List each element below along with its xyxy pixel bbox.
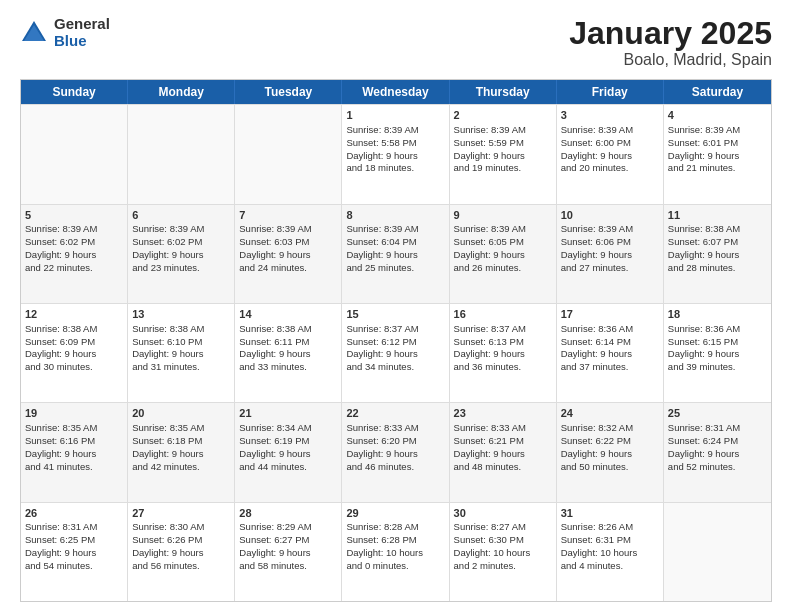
calendar-cell: 18Sunrise: 8:36 AMSunset: 6:15 PMDayligh… bbox=[664, 304, 771, 402]
day-content: Sunrise: 8:38 AM bbox=[132, 323, 230, 336]
day-content: Sunrise: 8:31 AM bbox=[25, 521, 123, 534]
calendar-cell: 9Sunrise: 8:39 AMSunset: 6:05 PMDaylight… bbox=[450, 205, 557, 303]
day-content: and 2 minutes. bbox=[454, 560, 552, 573]
calendar-cell: 23Sunrise: 8:33 AMSunset: 6:21 PMDayligh… bbox=[450, 403, 557, 501]
day-content: Sunset: 5:58 PM bbox=[346, 137, 444, 150]
day-content: Daylight: 9 hours bbox=[239, 348, 337, 361]
day-content: Sunrise: 8:33 AM bbox=[346, 422, 444, 435]
day-number: 26 bbox=[25, 506, 123, 521]
day-content: Sunset: 6:30 PM bbox=[454, 534, 552, 547]
day-content: and 23 minutes. bbox=[132, 262, 230, 275]
day-content: Sunset: 6:02 PM bbox=[25, 236, 123, 249]
day-content: Sunrise: 8:39 AM bbox=[561, 124, 659, 137]
day-number: 23 bbox=[454, 406, 552, 421]
day-number: 12 bbox=[25, 307, 123, 322]
day-content: and 33 minutes. bbox=[239, 361, 337, 374]
day-content: Sunrise: 8:30 AM bbox=[132, 521, 230, 534]
calendar-cell: 4Sunrise: 8:39 AMSunset: 6:01 PMDaylight… bbox=[664, 105, 771, 203]
header: General Blue January 2025 Boalo, Madrid,… bbox=[20, 16, 772, 69]
day-number: 7 bbox=[239, 208, 337, 223]
day-content: Sunset: 6:11 PM bbox=[239, 336, 337, 349]
day-content: Daylight: 9 hours bbox=[239, 249, 337, 262]
logo-icon bbox=[20, 19, 48, 47]
day-content: and 41 minutes. bbox=[25, 461, 123, 474]
calendar-cell: 5Sunrise: 8:39 AMSunset: 6:02 PMDaylight… bbox=[21, 205, 128, 303]
calendar: SundayMondayTuesdayWednesdayThursdayFrid… bbox=[20, 79, 772, 602]
day-header-thursday: Thursday bbox=[450, 80, 557, 104]
day-content: Sunrise: 8:35 AM bbox=[132, 422, 230, 435]
day-content: Daylight: 9 hours bbox=[454, 448, 552, 461]
day-content: Sunrise: 8:39 AM bbox=[454, 124, 552, 137]
day-number: 9 bbox=[454, 208, 552, 223]
day-number: 30 bbox=[454, 506, 552, 521]
day-content: Sunrise: 8:39 AM bbox=[239, 223, 337, 236]
day-header-monday: Monday bbox=[128, 80, 235, 104]
day-content: and 50 minutes. bbox=[561, 461, 659, 474]
day-content: and 28 minutes. bbox=[668, 262, 767, 275]
calendar-cell: 3Sunrise: 8:39 AMSunset: 6:00 PMDaylight… bbox=[557, 105, 664, 203]
day-content: Sunset: 6:05 PM bbox=[454, 236, 552, 249]
day-content: Sunrise: 8:39 AM bbox=[346, 223, 444, 236]
day-content: Sunrise: 8:39 AM bbox=[668, 124, 767, 137]
calendar-cell: 22Sunrise: 8:33 AMSunset: 6:20 PMDayligh… bbox=[342, 403, 449, 501]
day-content: and 48 minutes. bbox=[454, 461, 552, 474]
day-content: Daylight: 9 hours bbox=[668, 249, 767, 262]
day-content: and 4 minutes. bbox=[561, 560, 659, 573]
day-content: Daylight: 9 hours bbox=[346, 348, 444, 361]
day-content: and 22 minutes. bbox=[25, 262, 123, 275]
day-content: Sunset: 6:26 PM bbox=[132, 534, 230, 547]
calendar-cell: 2Sunrise: 8:39 AMSunset: 5:59 PMDaylight… bbox=[450, 105, 557, 203]
day-number: 17 bbox=[561, 307, 659, 322]
calendar-cell: 15Sunrise: 8:37 AMSunset: 6:12 PMDayligh… bbox=[342, 304, 449, 402]
day-content: and 0 minutes. bbox=[346, 560, 444, 573]
day-number: 22 bbox=[346, 406, 444, 421]
day-content: Daylight: 9 hours bbox=[454, 150, 552, 163]
day-content: Sunset: 6:04 PM bbox=[346, 236, 444, 249]
day-header-sunday: Sunday bbox=[21, 80, 128, 104]
calendar-header: SundayMondayTuesdayWednesdayThursdayFrid… bbox=[21, 80, 771, 104]
day-content: Sunrise: 8:38 AM bbox=[25, 323, 123, 336]
day-content: and 36 minutes. bbox=[454, 361, 552, 374]
day-content: Daylight: 10 hours bbox=[561, 547, 659, 560]
calendar-cell: 19Sunrise: 8:35 AMSunset: 6:16 PMDayligh… bbox=[21, 403, 128, 501]
day-content: Sunset: 6:15 PM bbox=[668, 336, 767, 349]
day-content: Sunrise: 8:32 AM bbox=[561, 422, 659, 435]
calendar-cell: 30Sunrise: 8:27 AMSunset: 6:30 PMDayligh… bbox=[450, 503, 557, 601]
day-number: 16 bbox=[454, 307, 552, 322]
day-content: Daylight: 10 hours bbox=[346, 547, 444, 560]
day-header-friday: Friday bbox=[557, 80, 664, 104]
day-content: Sunset: 6:21 PM bbox=[454, 435, 552, 448]
day-content: Daylight: 9 hours bbox=[668, 348, 767, 361]
calendar-cell bbox=[21, 105, 128, 203]
day-content: Daylight: 9 hours bbox=[25, 348, 123, 361]
calendar-cell: 14Sunrise: 8:38 AMSunset: 6:11 PMDayligh… bbox=[235, 304, 342, 402]
day-content: and 20 minutes. bbox=[561, 162, 659, 175]
day-content: Sunset: 6:22 PM bbox=[561, 435, 659, 448]
day-content: Daylight: 9 hours bbox=[239, 547, 337, 560]
calendar-cell: 7Sunrise: 8:39 AMSunset: 6:03 PMDaylight… bbox=[235, 205, 342, 303]
page: General Blue January 2025 Boalo, Madrid,… bbox=[0, 0, 792, 612]
calendar-subtitle: Boalo, Madrid, Spain bbox=[569, 51, 772, 69]
day-content: Daylight: 9 hours bbox=[25, 249, 123, 262]
day-content: Sunrise: 8:36 AM bbox=[561, 323, 659, 336]
day-content: Sunset: 6:12 PM bbox=[346, 336, 444, 349]
calendar-week-2: 5Sunrise: 8:39 AMSunset: 6:02 PMDaylight… bbox=[21, 204, 771, 303]
calendar-cell: 25Sunrise: 8:31 AMSunset: 6:24 PMDayligh… bbox=[664, 403, 771, 501]
day-content: and 52 minutes. bbox=[668, 461, 767, 474]
day-content: and 54 minutes. bbox=[25, 560, 123, 573]
day-content: and 34 minutes. bbox=[346, 361, 444, 374]
day-content: Daylight: 9 hours bbox=[561, 448, 659, 461]
day-number: 5 bbox=[25, 208, 123, 223]
day-content: Sunset: 6:25 PM bbox=[25, 534, 123, 547]
day-content: Sunset: 6:31 PM bbox=[561, 534, 659, 547]
day-number: 25 bbox=[668, 406, 767, 421]
day-number: 10 bbox=[561, 208, 659, 223]
day-content: Daylight: 9 hours bbox=[668, 150, 767, 163]
calendar-cell bbox=[128, 105, 235, 203]
day-content: Sunset: 6:28 PM bbox=[346, 534, 444, 547]
day-content: Sunrise: 8:38 AM bbox=[239, 323, 337, 336]
calendar-body: 1Sunrise: 8:39 AMSunset: 5:58 PMDaylight… bbox=[21, 104, 771, 601]
day-content: Daylight: 9 hours bbox=[239, 448, 337, 461]
day-content: Sunset: 6:19 PM bbox=[239, 435, 337, 448]
day-number: 11 bbox=[668, 208, 767, 223]
